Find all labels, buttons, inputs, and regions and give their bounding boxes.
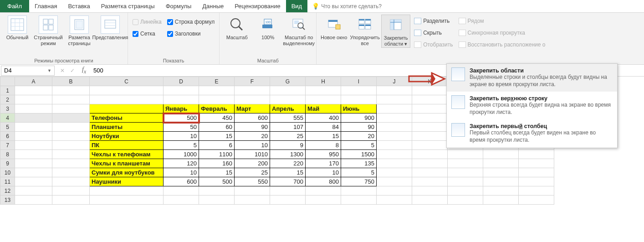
svg-rect-29 (365, 19, 371, 21)
svg-line-22 (302, 27, 305, 30)
col-header[interactable]: E (199, 77, 235, 86)
zoom-selection-icon (289, 15, 308, 34)
row-header[interactable]: 8 (0, 150, 15, 159)
menu-page-layout[interactable]: Разметка страницы (96, 0, 160, 12)
tell-me-search[interactable]: 💡 Что вы хотите сделать? (307, 0, 386, 12)
view-pagelayout-button[interactable]: Разметка страницы (65, 15, 94, 47)
zoom-selection-button[interactable]: Масштаб по выделенному (284, 15, 313, 47)
pagelayout-icon (70, 15, 89, 34)
svg-rect-20 (294, 21, 299, 24)
svg-rect-16 (262, 25, 272, 28)
svg-rect-0 (11, 19, 24, 31)
select-all-corner[interactable] (0, 77, 15, 86)
group-label-show: Показать (131, 57, 216, 64)
sidebyside-icon (459, 18, 466, 24)
row-header[interactable]: 6 (0, 132, 15, 141)
col-header[interactable]: B (52, 77, 90, 86)
cancel-icon[interactable]: ✕ (60, 67, 65, 74)
formula-input[interactable]: 500 (89, 67, 108, 74)
ribbon: Обычный Страничный режим Разметка страни… (0, 13, 644, 65)
grid-icon (8, 15, 27, 34)
chevron-down-icon: ▾ (404, 41, 407, 46)
fx-icon[interactable]: fx (79, 66, 89, 75)
row-header[interactable]: 2 (0, 95, 15, 104)
freeze-top-row-option[interactable]: Закрепить верхнюю строкуВерхняя строка в… (447, 92, 617, 119)
svg-rect-6 (49, 19, 53, 24)
freeze-icon (386, 16, 405, 34)
formula-bar-checkbox[interactable] (167, 19, 173, 25)
row-header[interactable]: 11 (0, 177, 15, 186)
ribbon-group-zoom: Масштаб 100100% Масштаб по выделенному М… (220, 13, 317, 64)
row-header[interactable]: 12 (0, 186, 15, 196)
menu-insert[interactable]: Вставка (62, 0, 95, 12)
freeze-first-column-option[interactable]: Закрепить первый столбецПервый столбец в… (447, 119, 617, 147)
cell-active[interactable]: 500 (164, 113, 199, 123)
zoom-button[interactable]: Масштаб (222, 15, 251, 41)
cell[interactable]: Телефоны (90, 113, 164, 123)
row-header[interactable]: 7 (0, 141, 15, 150)
freeze-top-row-icon (451, 95, 465, 109)
unhide-icon (414, 41, 421, 48)
new-window-icon (324, 15, 343, 34)
new-window-button[interactable]: Новое окно (319, 15, 348, 41)
row-header[interactable]: 13 (0, 196, 15, 205)
svg-text:100: 100 (265, 21, 271, 24)
menu-file[interactable]: Файл (0, 0, 29, 12)
col-header[interactable]: C (90, 77, 164, 86)
arrange-icon (355, 15, 374, 34)
col-header[interactable]: I (341, 77, 377, 86)
col-header[interactable]: A (15, 77, 52, 86)
sidebyside-button: Рядом (459, 16, 546, 26)
ribbon-group-show: Линейка Сетка Строка формул Заголовки По… (128, 13, 220, 64)
menu-data[interactable]: Данные (197, 0, 229, 12)
bulb-icon: 💡 (312, 3, 319, 10)
row-header[interactable]: 10 (0, 168, 15, 177)
tell-me-text: Что вы хотите сделать? (321, 3, 382, 10)
view-normal-button[interactable]: Обычный (3, 15, 32, 41)
col-header[interactable]: D (164, 77, 199, 86)
freeze-panes-option[interactable]: Закрепить областиВыделенные строки и сто… (447, 64, 617, 92)
view-pagebreak-button[interactable]: Страничный режим (34, 15, 63, 47)
chevron-down-icon[interactable]: ▼ (47, 68, 51, 73)
col-header[interactable]: G (270, 77, 306, 86)
row-header[interactable]: 3 (0, 104, 15, 113)
name-box[interactable]: D4▼ (1, 66, 55, 76)
zoom-100-icon: 100 (258, 15, 277, 34)
menu-review[interactable]: Рецензирование (229, 0, 286, 12)
pagebreak-icon (39, 15, 58, 34)
row-header[interactable]: 1 (0, 86, 15, 95)
gridlines-checkbox[interactable] (133, 31, 138, 37)
col-header[interactable]: H (306, 77, 341, 86)
col-header[interactable]: F (235, 77, 270, 86)
magnifier-icon (227, 15, 246, 34)
ruler-checkbox[interactable] (133, 19, 138, 25)
group-label-zoom: Масштаб (222, 57, 313, 64)
menu-home[interactable]: Главная (29, 0, 62, 12)
zoom-100-button[interactable]: 100100% (253, 15, 282, 41)
enter-icon[interactable]: ✓ (70, 67, 75, 74)
row-header[interactable]: 5 (0, 123, 15, 132)
svg-rect-36 (390, 20, 394, 30)
check-gridlines[interactable]: Сетка (133, 29, 162, 38)
freeze-panes-menu: Закрепить областиВыделенные строки и сто… (446, 63, 618, 148)
view-custom-button[interactable]: Представления (96, 15, 125, 41)
col-header[interactable]: J (377, 77, 412, 86)
svg-line-15 (239, 26, 242, 30)
check-ruler[interactable]: Линейка (133, 17, 162, 26)
annotation-arrow-icon (408, 71, 446, 87)
menu-view[interactable]: Вид (286, 0, 308, 12)
hide-button[interactable]: Скрыть (414, 28, 453, 37)
split-button[interactable]: Разделить (414, 16, 453, 26)
arrange-all-button[interactable]: Упорядочить все (350, 15, 379, 47)
menu-formulas[interactable]: Формулы (160, 0, 197, 12)
freeze-panes-button[interactable]: Закрепить области ▾ (381, 15, 410, 48)
check-formula-bar[interactable]: Строка формул (167, 17, 215, 26)
row-header[interactable]: 4 (0, 113, 15, 123)
headings-checkbox[interactable] (167, 31, 173, 37)
svg-rect-25 (336, 25, 340, 29)
svg-rect-8 (49, 25, 53, 30)
row-header[interactable]: 9 (0, 159, 15, 168)
svg-rect-27 (359, 19, 364, 21)
check-headings[interactable]: Заголовки (167, 29, 215, 38)
svg-rect-39 (409, 76, 432, 82)
